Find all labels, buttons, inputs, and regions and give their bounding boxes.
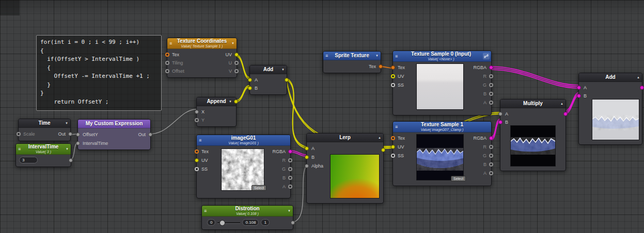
node-title: My Custom Expression xyxy=(86,121,143,127)
output-port[interactable] xyxy=(234,99,238,104)
input-port-tex[interactable] xyxy=(165,53,169,57)
node-append[interactable]: Append ▼ X Y xyxy=(196,97,237,127)
input-port-a[interactable] xyxy=(498,112,502,116)
node-header: Lerp ▲ xyxy=(307,134,383,142)
input-port-uv[interactable] xyxy=(391,74,395,78)
input-port-tex[interactable] xyxy=(391,136,395,140)
menu-icon[interactable]: ≡ xyxy=(199,138,201,143)
menu-icon[interactable]: ≡ xyxy=(395,54,398,59)
port-label: R xyxy=(483,144,487,149)
output-port-out[interactable] xyxy=(148,132,152,137)
node-title: Sprite Texture xyxy=(335,53,369,59)
output-port-tex[interactable] xyxy=(379,64,383,69)
input-port-ss[interactable] xyxy=(391,154,395,158)
select-texture-button[interactable]: Select xyxy=(252,185,266,191)
node-sprite-texture[interactable]: ≡ Sprite Texture ▼ Tex xyxy=(323,51,381,73)
collapse-icon[interactable]: ▲ xyxy=(378,136,381,139)
dropdown-icon[interactable]: ▼ xyxy=(65,122,68,125)
menu-icon[interactable]: ≡ xyxy=(18,146,21,152)
node-intervaltime[interactable]: ≡ IntervalTime Value( 3 ) ▼ 3 xyxy=(15,143,71,167)
menu-icon[interactable]: ≡ xyxy=(204,208,207,213)
collapse-icon[interactable]: ▲ xyxy=(637,76,640,79)
range-min-field[interactable]: 0 xyxy=(207,219,215,226)
node-title: Append xyxy=(207,99,226,105)
output-port[interactable] xyxy=(381,148,385,152)
port-label: B xyxy=(483,91,486,96)
node-custom-expression[interactable]: My Custom Expression OffsetY Out Interva… xyxy=(77,119,151,150)
dropdown-icon[interactable]: ▼ xyxy=(66,147,69,151)
input-port-b[interactable] xyxy=(305,155,309,159)
collapse-icon[interactable]: ▲ xyxy=(560,102,563,105)
node-body: 0 0.108 1 xyxy=(202,217,293,229)
input-port-ss[interactable] xyxy=(391,83,395,87)
port-label: UV xyxy=(201,158,208,163)
node-subtitle: Value( imageG07_Clamp ) xyxy=(421,128,464,131)
output-port[interactable] xyxy=(563,112,568,116)
link-icon[interactable] xyxy=(483,53,490,59)
output-port-uv[interactable] xyxy=(234,53,239,57)
input-port-tiling[interactable] xyxy=(165,61,169,65)
input-port-a[interactable] xyxy=(248,78,252,82)
node-add-uv[interactable]: Add ▼ A B xyxy=(249,65,287,95)
menu-icon[interactable]: ≡ xyxy=(325,53,328,58)
node-editor-canvas[interactable]: for(int i = 0 ; i < 99 ; i++) { if(Offse… xyxy=(0,0,644,233)
comment-node[interactable]: for(int i = 0 ; i < 99 ; i++) { if(Offse… xyxy=(36,35,162,111)
input-port-scale[interactable] xyxy=(17,132,21,136)
port-label: Scale xyxy=(23,131,35,137)
port-label: Offset xyxy=(172,69,184,74)
node-body: Scale Out xyxy=(19,128,70,141)
port-label: U xyxy=(229,60,232,65)
dropdown-icon[interactable]: ▼ xyxy=(231,42,234,45)
input-port-uv[interactable] xyxy=(195,158,199,162)
slider-handle[interactable] xyxy=(219,220,225,226)
node-texture-coordinates[interactable]: ≡ Texture Coordinates Value( Texture Sam… xyxy=(167,38,237,78)
value-slider[interactable] xyxy=(217,220,240,225)
input-port-ss[interactable] xyxy=(195,167,199,171)
port-row: OffsetY Out xyxy=(78,130,150,139)
node-distrotion[interactable]: ≡ Distrotion Value( 0.108 ) ▼ 0 0.108 1 xyxy=(201,205,293,230)
port-row: IntervalTime xyxy=(78,139,150,147)
dropdown-icon[interactable]: ▼ xyxy=(288,209,291,212)
input-port-uv[interactable] xyxy=(391,145,395,149)
input-port-offset[interactable] xyxy=(165,69,169,73)
input-port-b[interactable] xyxy=(577,94,581,98)
node-header: ≡ imageG01 Value( imageG01 ) xyxy=(197,135,290,146)
node-multiply[interactable]: Multiply ▲ A B xyxy=(500,99,566,171)
input-port-tex[interactable] xyxy=(195,149,199,154)
output-port-u[interactable] xyxy=(234,61,239,65)
input-port-offsety[interactable] xyxy=(76,132,80,137)
dropdown-icon[interactable]: ▼ xyxy=(281,68,285,71)
node-texture-sample-1[interactable]: ≡ Texture Sample 1 Value( imageG07_Clamp… xyxy=(392,121,492,186)
node-add-final[interactable]: Add ▲ A B xyxy=(578,73,642,145)
node-imageg01[interactable]: ≡ imageG01 Value( imageG01 ) Tex UV SS R… xyxy=(196,135,291,198)
node-time[interactable]: Time ▼ Scale Out xyxy=(18,119,71,141)
node-lerp[interactable]: Lerp ▲ A B Alpha xyxy=(306,133,384,204)
value-field[interactable]: 3 xyxy=(19,157,38,163)
node-title: Texture Sample 1 xyxy=(421,122,464,128)
output-port[interactable] xyxy=(640,86,644,90)
range-max-field[interactable]: 1 xyxy=(261,219,269,226)
output-port-out[interactable] xyxy=(68,132,72,136)
output-port[interactable] xyxy=(69,158,73,162)
output-port[interactable] xyxy=(285,78,289,82)
input-port-x[interactable] xyxy=(195,110,199,114)
menu-icon[interactable]: ≡ xyxy=(395,124,398,129)
input-port-a[interactable] xyxy=(577,86,581,90)
node-body: Tex UV SS RGBA R G B A Select xyxy=(197,146,290,194)
output-port-v[interactable] xyxy=(234,69,239,73)
input-port-a[interactable] xyxy=(305,146,309,151)
dropdown-icon[interactable]: ▼ xyxy=(229,100,232,103)
input-port-intervaltime[interactable] xyxy=(76,141,80,145)
input-port-b[interactable] xyxy=(498,120,502,124)
input-port-tex[interactable] xyxy=(391,65,395,70)
menu-icon[interactable]: ≡ xyxy=(169,41,172,46)
output-port[interactable] xyxy=(291,221,295,225)
select-texture-button[interactable]: Select xyxy=(451,176,466,181)
input-port-b[interactable] xyxy=(248,86,252,90)
node-texture-sample-0[interactable]: ≡ Texture Sample 0 (Input) Value( <None>… xyxy=(392,51,492,115)
input-port-y[interactable] xyxy=(195,118,199,122)
node-body: Tex xyxy=(323,60,381,73)
value-field[interactable]: 0.108 xyxy=(242,219,259,226)
input-port-alpha[interactable] xyxy=(305,164,309,168)
dropdown-icon[interactable]: ▼ xyxy=(375,54,379,57)
